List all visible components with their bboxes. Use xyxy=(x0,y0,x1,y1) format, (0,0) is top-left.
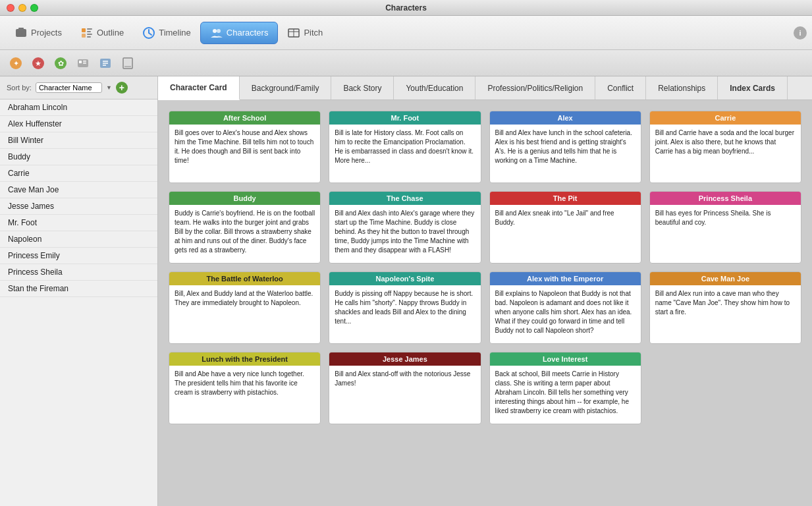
character-card-the-chase[interactable]: The Chase Bill and Alex dash into Alex's… xyxy=(329,191,481,264)
nav-projects[interactable]: Projects xyxy=(5,22,71,43)
nav-timeline-label: Timeline xyxy=(159,28,191,38)
sidebar-char-item[interactable]: Jesse James xyxy=(0,198,157,215)
maximize-button[interactable] xyxy=(30,4,38,12)
character-card-buddy[interactable]: Buddy Buddy is Carrie's boyfriend. He is… xyxy=(169,191,321,264)
card-body: Bill, Alex and Buddy land at the Waterlo… xyxy=(169,285,320,312)
svg-text:✿: ✿ xyxy=(58,59,64,67)
add-character-button[interactable]: + xyxy=(116,82,128,94)
tab-conflict[interactable]: Conflict xyxy=(595,76,646,99)
nav-pitch[interactable]: Pitch xyxy=(278,22,332,43)
svg-rect-5 xyxy=(82,34,86,38)
nav-outline[interactable]: Outline xyxy=(71,22,133,43)
character-card-princess-sheila[interactable]: Princess Sheila Bill has eyes for Prince… xyxy=(649,191,801,264)
svg-rect-6 xyxy=(87,34,92,35)
card-header: Lunch with the President xyxy=(169,352,320,366)
nav-timeline[interactable]: Timeline xyxy=(133,22,200,43)
card-body: Back at school, Bill meets Carrie in His… xyxy=(490,366,641,420)
character-card-jesse-james[interactable]: Jesse James Bill and Alex stand-off with… xyxy=(329,352,481,424)
character-list: Abraham LincolnAlex HuffensterBill Winte… xyxy=(0,99,157,297)
character-card-napoleons-spite[interactable]: Napoleon's Spite Buddy is pissing off Na… xyxy=(329,271,481,344)
svg-rect-7 xyxy=(87,36,91,38)
close-button[interactable] xyxy=(7,4,14,12)
card-body: Bill and Alex dash into Alex's garage wh… xyxy=(329,205,480,259)
content-area: Character Card Background/Family Back St… xyxy=(158,76,812,506)
sidebar-char-item[interactable]: Mr. Foot xyxy=(0,215,157,231)
sidebar-char-item[interactable]: Princess Emily xyxy=(0,248,157,264)
tab-youth-education[interactable]: Youth/Education xyxy=(394,76,475,99)
svg-text:✦: ✦ xyxy=(13,59,19,67)
minimize-button[interactable] xyxy=(18,4,26,12)
character-card-love-interest[interactable]: Love Interest Back at school, Bill meets… xyxy=(489,352,641,424)
sidebar-char-item[interactable]: Princess Sheila xyxy=(0,264,157,281)
sidebar-char-item[interactable]: Buddy xyxy=(0,149,157,165)
tab-index-cards[interactable]: Index Cards xyxy=(718,76,788,99)
sidebar-char-item[interactable]: Stan the Fireman xyxy=(0,281,157,297)
card-body: Bill and Alex have lunch in the school c… xyxy=(490,125,641,169)
character-card-the-pit[interactable]: The Pit Bill and Alex sneak into "Le Jai… xyxy=(489,191,641,264)
card-body: Bill and Abe have a very nice lunch toge… xyxy=(169,366,320,401)
character-card-alex-with-emperor[interactable]: Alex with the Emperor Bill explains to N… xyxy=(489,271,641,344)
card-header: Jesse James xyxy=(329,352,480,366)
character-card-lunch-with-president[interactable]: Lunch with the President Bill and Abe ha… xyxy=(169,352,321,424)
tool-btn-1[interactable]: ✦ xyxy=(7,54,25,72)
tab-relationships[interactable]: Relationships xyxy=(646,76,718,99)
card-body: Bill goes over to Alex's house and Alex … xyxy=(169,125,320,169)
card-header: Buddy xyxy=(169,192,320,205)
sidebar-char-item[interactable]: Abraham Lincoln xyxy=(0,99,157,116)
card-body: Bill and Alex run into a cave man who th… xyxy=(650,285,801,321)
svg-rect-3 xyxy=(87,28,92,30)
sidebar-char-item[interactable]: Napoleon xyxy=(0,231,157,248)
sidebar-char-item[interactable]: Bill Winter xyxy=(0,132,157,149)
svg-rect-23 xyxy=(79,61,82,63)
tool-btn-6[interactable] xyxy=(119,54,137,72)
character-card-the-battle-of-waterloo[interactable]: The Battle of Waterloo Bill, Alex and Bu… xyxy=(169,271,321,344)
svg-rect-25 xyxy=(83,63,86,64)
pitch-icon xyxy=(287,26,300,40)
sidebar-char-item[interactable]: Alex Huffenster xyxy=(0,116,157,132)
character-card-after-school[interactable]: After School Bill goes over to Alex's ho… xyxy=(169,111,321,183)
card-body: Bill explains to Napoleon that Buddy is … xyxy=(490,285,641,339)
sidebar-char-item[interactable]: Carrie xyxy=(0,165,157,182)
nav-projects-label: Projects xyxy=(31,28,62,38)
tool-btn-2[interactable]: ★ xyxy=(29,54,47,72)
card-header: The Chase xyxy=(329,192,480,205)
tool-btn-5[interactable] xyxy=(96,54,115,72)
info-button[interactable]: i xyxy=(794,26,807,40)
app-body: Sort by: Character Name ▼ + Abraham Linc… xyxy=(0,76,812,506)
window-controls xyxy=(7,4,38,12)
tool-btn-3[interactable]: ✿ xyxy=(51,54,70,72)
svg-point-12 xyxy=(217,29,221,33)
tab-character-card[interactable]: Character Card xyxy=(158,76,240,100)
card-header: Alex with the Emperor xyxy=(490,272,641,285)
svg-rect-24 xyxy=(83,61,86,62)
tab-background-family[interactable]: Background/Family xyxy=(240,76,332,99)
title-bar: Characters xyxy=(0,0,812,16)
sort-bar: Sort by: Character Name ▼ + xyxy=(0,76,157,99)
tool-btn-4[interactable] xyxy=(74,54,92,72)
sort-label: Sort by: xyxy=(7,84,32,92)
card-header: Alex xyxy=(490,111,641,125)
tab-back-story[interactable]: Back Story xyxy=(331,76,394,99)
card-header: The Pit xyxy=(490,192,641,205)
projects-icon xyxy=(14,26,28,40)
sidebar-char-item[interactable]: Cave Man Joe xyxy=(0,182,157,198)
tab-profession[interactable]: Profession/Politics/Religion xyxy=(475,76,595,99)
toolbar2: ✦ ★ ✿ xyxy=(0,50,812,76)
svg-rect-31 xyxy=(124,59,131,66)
card-header: Carrie xyxy=(650,111,801,125)
card-header: The Battle of Waterloo xyxy=(169,272,320,285)
card-header: After School xyxy=(169,111,320,125)
window-title: Characters xyxy=(385,3,427,13)
svg-text:★: ★ xyxy=(35,59,41,67)
character-card-carrie[interactable]: Carrie Bill and Carrie have a soda and t… xyxy=(649,111,801,183)
sidebar: Sort by: Character Name ▼ + Abraham Linc… xyxy=(0,76,158,506)
character-card-alex[interactable]: Alex Bill and Alex have lunch in the sch… xyxy=(489,111,641,183)
character-card-cave-man-joe[interactable]: Cave Man Joe Bill and Alex run into a ca… xyxy=(649,271,801,344)
cards-grid: After School Bill goes over to Alex's ho… xyxy=(169,111,801,424)
card-body: Bill and Alex sneak into "Le Jail" and f… xyxy=(490,205,641,231)
sort-select[interactable]: Character Name xyxy=(36,82,102,93)
character-card-mr-foot[interactable]: Mr. Foot Bill is late for History class.… xyxy=(329,111,481,183)
svg-rect-4 xyxy=(87,31,91,32)
nav-pitch-label: Pitch xyxy=(304,28,323,38)
nav-characters[interactable]: Characters xyxy=(200,22,279,44)
